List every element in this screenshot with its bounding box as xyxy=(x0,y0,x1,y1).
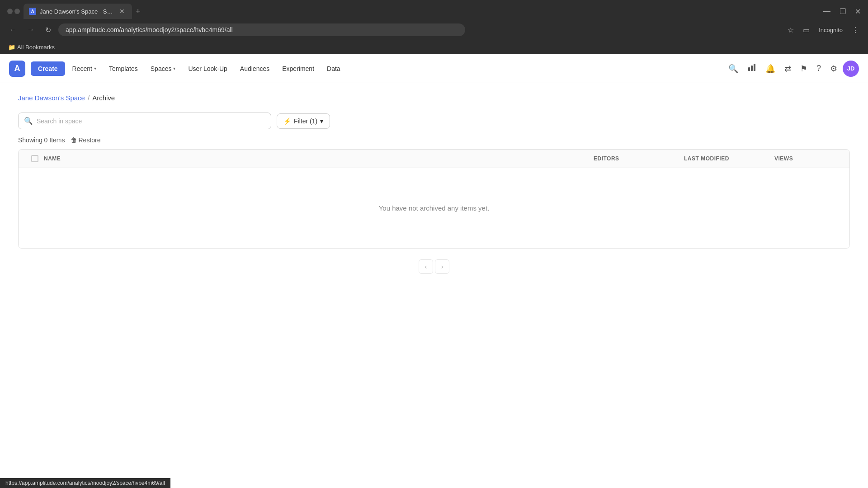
new-tab-button[interactable]: + xyxy=(132,7,144,16)
breadcrumb-space-link[interactable]: Jane Dawson's Space xyxy=(18,94,85,102)
nav-item-audiences[interactable]: Audiences xyxy=(235,61,275,76)
status-bar: https://app.amplitude.com/analytics/mood… xyxy=(0,478,170,488)
main-content: Jane Dawson's Space / Archive 🔍 ⚡ Filter… xyxy=(0,83,868,488)
amplitude-logo[interactable]: A xyxy=(9,61,25,77)
spaces-chevron-icon: ▾ xyxy=(173,66,175,71)
empty-state-message: You have not archived any items yet. xyxy=(19,168,849,248)
help-icon-button[interactable]: ? xyxy=(813,60,825,77)
restore-icon: 🗑 xyxy=(71,136,77,144)
breadcrumb-separator: / xyxy=(88,94,90,102)
create-button[interactable]: Create xyxy=(31,61,65,76)
refresh-button[interactable]: ↻ xyxy=(42,24,55,36)
filter-button[interactable]: ⚡ Filter (1) ▾ xyxy=(277,113,330,129)
items-count: Showing 0 Items xyxy=(18,136,65,144)
table-body: You have not archived any items yet. xyxy=(19,168,849,248)
minimize-button[interactable]: — xyxy=(820,5,834,18)
svg-rect-0 xyxy=(748,67,750,71)
filter-label: Filter (1) xyxy=(294,117,317,125)
nav-item-spaces[interactable]: Spaces ▾ xyxy=(145,61,181,76)
all-bookmarks-label: All Bookmarks xyxy=(17,44,55,51)
filter-icon: ⚡ xyxy=(283,117,291,125)
settings-icon-button[interactable]: ⚙ xyxy=(826,60,841,77)
close-button[interactable]: ✕ xyxy=(851,5,864,18)
search-filter-row: 🔍 ⚡ Filter (1) ▾ xyxy=(18,113,850,129)
column-header-views: VIEWS xyxy=(774,155,842,162)
prev-page-button[interactable]: ‹ xyxy=(419,259,433,274)
address-bar[interactable] xyxy=(58,23,465,36)
restore-label: Restore xyxy=(79,136,101,144)
column-header-name: NAME xyxy=(44,155,594,162)
tab-title: Jane Dawson's Space - Space xyxy=(40,8,114,15)
notifications-icon-button[interactable]: 🔔 xyxy=(762,60,779,77)
nav-item-experiment[interactable]: Experiment xyxy=(277,61,320,76)
bookmarks-folder-icon: 📁 xyxy=(8,44,15,51)
filter-chevron-icon: ▾ xyxy=(320,117,323,125)
column-header-last-modified: LAST MODIFIED xyxy=(684,155,774,162)
side-panel-button[interactable]: ▭ xyxy=(799,24,813,36)
bookmark-star-button[interactable]: ☆ xyxy=(784,24,797,36)
analytics-icon-button[interactable] xyxy=(744,59,760,78)
table-header: NAME EDITORS LAST MODIFIED VIEWS xyxy=(19,150,849,168)
items-info-row: Showing 0 Items 🗑 Restore xyxy=(18,136,850,144)
select-all-checkbox[interactable] xyxy=(31,155,38,162)
nav-item-user-lookup[interactable]: User Look-Up xyxy=(183,61,232,76)
pagination: ‹ › xyxy=(18,259,850,274)
browser-tab-active[interactable]: A Jane Dawson's Space - Space ✕ xyxy=(24,4,132,19)
table-container: NAME EDITORS LAST MODIFIED VIEWS You hav… xyxy=(18,149,850,249)
recent-chevron-icon: ▾ xyxy=(94,66,96,71)
search-icon: 🔍 xyxy=(24,117,33,125)
svg-rect-2 xyxy=(754,64,755,71)
restore-button[interactable]: 🗑 Restore xyxy=(71,136,101,144)
forward-button[interactable]: → xyxy=(24,24,38,36)
top-navigation: A Create Recent ▾ Templates Spaces ▾ Use… xyxy=(0,54,868,83)
incognito-label: Incognito xyxy=(815,25,846,35)
back-button[interactable]: ← xyxy=(5,24,20,36)
nav-item-templates[interactable]: Templates xyxy=(104,61,143,76)
search-box[interactable]: 🔍 xyxy=(18,113,271,129)
breadcrumb: Jane Dawson's Space / Archive xyxy=(18,94,850,102)
column-header-editors: EDITORS xyxy=(594,155,684,162)
maximize-button[interactable]: ❐ xyxy=(836,5,849,18)
search-icon-button[interactable]: 🔍 xyxy=(725,60,742,77)
svg-rect-1 xyxy=(751,66,753,71)
search-input[interactable] xyxy=(37,117,265,125)
flag-icon-button[interactable]: ⚑ xyxy=(797,60,811,77)
status-url: https://app.amplitude.com/analytics/mood… xyxy=(5,480,165,486)
all-bookmarks-button[interactable]: 📁 All Bookmarks xyxy=(5,43,57,52)
breadcrumb-current-page: Archive xyxy=(92,94,115,102)
next-page-button[interactable]: › xyxy=(435,259,449,274)
extensions-button[interactable]: ⋮ xyxy=(848,24,863,36)
nav-item-data[interactable]: Data xyxy=(321,61,346,76)
header-checkbox-cell[interactable] xyxy=(26,155,44,162)
tab-close-button[interactable]: ✕ xyxy=(118,7,127,16)
nav-item-recent[interactable]: Recent ▾ xyxy=(67,61,102,76)
tab-favicon: A xyxy=(29,8,36,15)
user-avatar[interactable]: JD xyxy=(843,61,859,77)
sync-icon-button[interactable]: ⇄ xyxy=(781,60,795,77)
analytics-icon xyxy=(747,63,756,72)
